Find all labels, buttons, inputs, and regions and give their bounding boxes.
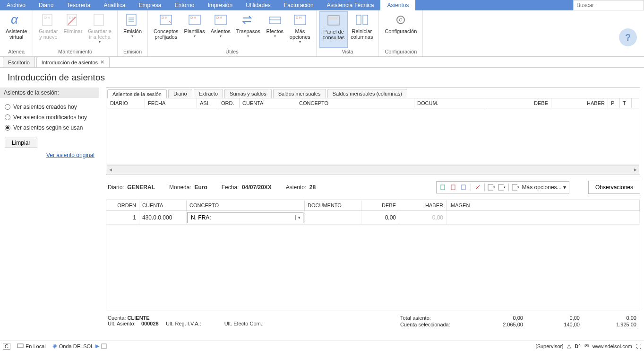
entry-toolbar: ▾ ▾ ▾ Más opciones... ▾ — [436, 181, 569, 193]
menu-facturacion[interactable]: Facturación — [277, 0, 320, 10]
radio-creados-hoy[interactable]: Ver asientos creados hoy — [5, 102, 94, 112]
cell-documento[interactable] — [305, 211, 361, 224]
col-diario[interactable]: DIARIO — [107, 98, 145, 108]
tool-c-icon[interactable]: ▾ — [512, 184, 519, 191]
mas-opciones-dropdown[interactable]: Más opciones... ▾ — [522, 184, 566, 191]
col-asi[interactable]: ASI. — [197, 98, 218, 108]
guardar-fecha-button[interactable]: Guardar eir a fecha ▾ — [85, 11, 114, 48]
eliminar-button[interactable]: D H Eliminar — [61, 11, 86, 48]
svg-rect-31 — [498, 184, 504, 190]
tab-sumas-saldos[interactable]: Sumas y saldos — [224, 89, 272, 98]
menu-diario[interactable]: Diario — [32, 0, 60, 10]
observaciones-button[interactable]: Observaciones — [588, 181, 640, 194]
col-concepto2[interactable]: CONCEPTO — [187, 200, 305, 211]
cell-imagen[interactable] — [447, 211, 640, 224]
moneda-value: Euro — [194, 184, 207, 191]
radio-modificados-hoy[interactable]: Ver asientos modificados hoy — [5, 112, 94, 123]
panel-consultas-button[interactable]: Panel deconsultas — [319, 11, 348, 48]
cell-cuenta[interactable]: 430.0.0.000 — [139, 211, 187, 224]
conceptos-prefijados-button[interactable]: D H Conceptosprefijados — [151, 11, 181, 48]
ribbon-group-atenea: Atenea — [0, 48, 33, 56]
cell-haber[interactable]: 0,00 — [399, 211, 447, 224]
menu-entorno[interactable]: Entorno — [168, 0, 201, 10]
menu-analitica[interactable]: Analítica — [97, 0, 132, 10]
col-ord[interactable]: ORD. — [218, 98, 240, 108]
guardar-nuevo-button[interactable]: D H Guardary nuevo — [36, 11, 60, 48]
close-icon[interactable]: ✕ — [100, 59, 104, 65]
efectos-button[interactable]: Efectos ▾ — [263, 11, 287, 48]
col-orden[interactable]: ORDEN — [106, 200, 139, 211]
cell-orden[interactable]: 1 — [106, 211, 139, 224]
col-imagen[interactable]: IMAGEN — [447, 200, 640, 211]
limpiar-button[interactable]: Limpiar — [5, 138, 37, 148]
tool-b-icon[interactable]: ▾ — [498, 184, 506, 191]
svg-text:D H: D H — [162, 16, 167, 19]
inner-tabs: Asientos de la sesión Diario Extracto Su… — [107, 89, 639, 98]
svg-rect-22 — [329, 17, 338, 19]
chevron-down-icon: ▾ — [274, 34, 276, 38]
svg-text:D H: D H — [190, 16, 196, 19]
col-p[interactable]: P — [608, 98, 620, 108]
col-cuenta[interactable]: CUENTA — [240, 98, 296, 108]
scroll-left-icon[interactable]: ◄ — [108, 167, 113, 172]
menu-bar: Archivo Diario Tesorería Analítica Empre… — [0, 0, 644, 10]
tab-introduccion-asientos[interactable]: Introducción de asientos ✕ — [36, 57, 110, 67]
reiniciar-columnas-button[interactable]: Reiniciarcolumnas — [348, 11, 376, 48]
tab-saldos-mensuales[interactable]: Saldos mensuales — [273, 89, 326, 98]
asistente-virtual-button[interactable]: α Asistentevirtual — [3, 11, 30, 48]
ver-asiento-original-link[interactable]: Ver asiento original — [46, 152, 94, 158]
tab-extracto[interactable]: Extracto — [194, 89, 223, 98]
menu-empresa[interactable]: Empresa — [132, 0, 168, 10]
tab-asientos-sesion[interactable]: Asientos de la sesión — [107, 89, 167, 98]
col-concepto[interactable]: CONCEPTO — [296, 98, 414, 108]
tab-diario[interactable]: Diario — [168, 89, 192, 98]
col-debe[interactable]: DEBE — [485, 98, 551, 108]
cell-concepto[interactable]: ▾ — [187, 211, 305, 224]
entry-grid-header: ORDEN CUENTA CONCEPTO DOCUMENTO DEBE HAB… — [106, 200, 640, 211]
mas-opciones-button[interactable]: D H Másopciones ▾ — [287, 11, 313, 48]
tab-saldos-columnas[interactable]: Saldos mensuales (columnas) — [327, 89, 407, 98]
col-t[interactable]: T — [620, 98, 632, 108]
radio-segun-usan[interactable]: Ver asientos según se usan — [5, 123, 94, 133]
plantillas-button[interactable]: D H Plantillas ▾ — [181, 11, 208, 48]
help-button[interactable]: ? — [619, 28, 637, 46]
menu-impresion[interactable]: Impresión — [201, 0, 239, 10]
chevron-down-icon[interactable]: ▾ — [295, 215, 303, 220]
menu-asistencia[interactable]: Asistencia Técnica — [320, 0, 381, 10]
page-title: Introducción de asientos — [0, 68, 644, 88]
col-debe2[interactable]: DEBE — [361, 200, 399, 211]
menu-asientos[interactable]: Asientos — [380, 0, 415, 10]
search-box[interactable] — [573, 0, 644, 10]
templates-icon: D H — [187, 12, 202, 27]
tool-a-icon[interactable]: ▾ — [488, 184, 495, 191]
col-haber[interactable]: HABER — [551, 98, 608, 108]
tool-new-icon[interactable] — [439, 184, 447, 191]
col-fecha[interactable]: FECHA — [145, 98, 197, 108]
col-cuenta2[interactable]: CUENTA — [139, 200, 187, 211]
ribbon-group-config: Configuración — [379, 48, 422, 56]
menu-archivo[interactable]: Archivo — [0, 0, 32, 10]
col-documento[interactable]: DOCUMENTO — [305, 200, 361, 211]
cell-debe[interactable]: 0,00 — [361, 211, 399, 224]
chevron-down-icon: ▾ — [99, 40, 101, 44]
traspasos-button[interactable]: Traspasos ▾ — [233, 11, 263, 48]
concepts-icon: D H — [158, 12, 173, 27]
menu-tesoreria[interactable]: Tesorería — [60, 0, 97, 10]
tool-paste-icon[interactable] — [460, 184, 468, 191]
menu-utilidades[interactable]: Utilidades — [239, 0, 277, 10]
configuracion-button[interactable]: Configuración — [382, 11, 420, 48]
emision-button[interactable]: Emisión ▾ — [120, 11, 145, 48]
col-haber2[interactable]: HABER — [399, 200, 447, 211]
asientos-util-button[interactable]: D H Asientos ▾ — [208, 11, 233, 48]
scroll-right-icon[interactable]: ► — [633, 167, 638, 172]
col-docum[interactable]: DOCUM. — [414, 98, 485, 108]
tool-copy-icon[interactable] — [450, 184, 457, 191]
tool-delete-icon[interactable] — [474, 184, 481, 191]
ult-asiento-value: 000028 — [141, 321, 159, 326]
svg-rect-27 — [441, 185, 445, 190]
tab-escritorio[interactable]: Escritorio — [3, 57, 35, 67]
chevron-down-icon: ▾ — [247, 34, 249, 38]
concepto-input[interactable] — [188, 213, 295, 222]
search-input[interactable] — [574, 1, 644, 9]
horizontal-scrollbar[interactable]: ◄ ► — [107, 165, 639, 174]
